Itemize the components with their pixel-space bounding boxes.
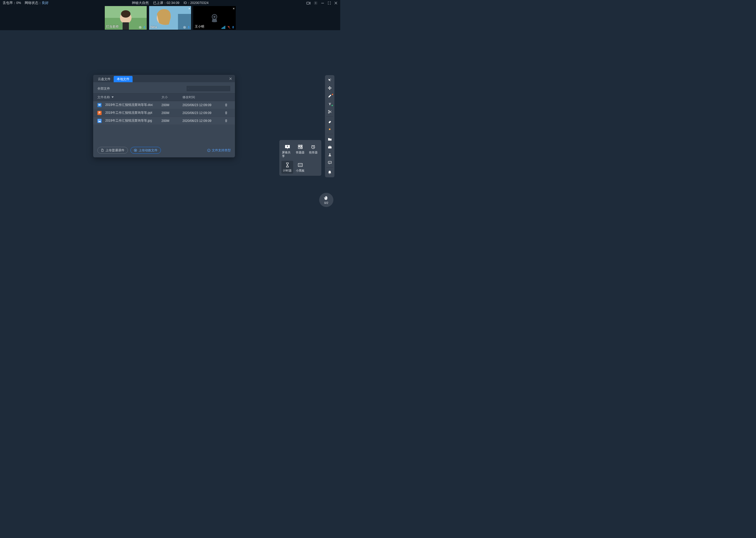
tool-toolbox[interactable]	[325, 143, 334, 151]
video-tile[interactable]: × 王小明	[193, 6, 236, 30]
tool-buzzer[interactable]: 抢答器	[307, 143, 319, 159]
hourglass-icon	[284, 162, 291, 168]
tool-text[interactable]: T	[325, 100, 334, 108]
table-row[interactable]: 2019年工作汇报情况查询等等.jpg 200M 2020/06/23 12:0…	[93, 117, 235, 125]
dialog-close-icon[interactable]: ✕	[229, 77, 232, 81]
upload-normal-button[interactable]: 上传普通课件	[97, 147, 128, 154]
search-input[interactable]	[186, 85, 231, 92]
tool-pen[interactable]	[325, 92, 334, 100]
camera-on-icon	[183, 26, 186, 29]
close-tile-icon[interactable]: ×	[233, 7, 235, 11]
column-size[interactable]: 大小	[162, 95, 182, 100]
signal-bars-icon	[221, 26, 225, 29]
table-row[interactable]: W2019年工作汇报情况查询等等.doc 200M 2020/06/23 12:…	[93, 101, 235, 109]
delete-icon[interactable]	[224, 119, 231, 123]
svg-rect-19	[233, 26, 234, 27]
svg-point-8	[140, 27, 141, 28]
upload-animated-button[interactable]: 上传动效文件	[130, 147, 161, 154]
file-time: 2020/06/23 12:09:09	[182, 103, 224, 107]
file-dialog: 云盘文件 本地文件 ✕ 全部文件 文件名称 大小 修改时间 W2019年工作汇报…	[93, 75, 235, 157]
hand-count: 0/2	[324, 201, 328, 204]
participant-name: 王小明	[195, 25, 204, 29]
svg-point-41	[329, 129, 330, 130]
tool-timer[interactable]: 计时器	[281, 161, 293, 174]
svg-rect-0	[307, 2, 309, 4]
board-icon: 2+3	[297, 162, 304, 168]
file-time: 2020/06/23 12:09:09	[182, 119, 224, 123]
tool-screen-share[interactable]: 屏幕共享	[281, 143, 293, 159]
tool-chat[interactable]	[325, 159, 334, 167]
svg-point-47	[330, 162, 331, 163]
minimize-icon[interactable]	[321, 1, 324, 5]
svg-rect-28	[298, 147, 300, 149]
svg-text:2+3: 2+3	[299, 164, 302, 166]
hand-icon	[324, 195, 329, 201]
close-icon[interactable]	[334, 1, 338, 5]
column-name[interactable]: 文件名称	[97, 95, 162, 100]
svg-rect-42	[328, 146, 332, 148]
fullscreen-icon[interactable]	[328, 1, 331, 5]
tool-users[interactable]	[325, 151, 334, 159]
svg-point-40	[328, 112, 329, 113]
hand-raise-badge[interactable]: 0/2	[319, 193, 333, 207]
svg-rect-9	[144, 26, 145, 27]
play-circle-icon	[134, 149, 137, 152]
tool-laser[interactable]	[325, 125, 334, 133]
participant-name: Nina	[150, 25, 157, 29]
file-size: 200M	[162, 103, 182, 107]
svg-rect-15	[188, 26, 189, 27]
table-header: 文件名称 大小 修改时间	[93, 93, 235, 101]
svg-point-43	[329, 153, 330, 155]
screen-share-icon	[284, 144, 291, 150]
svg-text:T: T	[329, 102, 331, 106]
tool-mini-board[interactable]: 2+3 小黑板	[294, 161, 306, 174]
ppt-icon: P	[97, 111, 102, 115]
svg-point-14	[184, 27, 185, 28]
svg-text:B: B	[301, 145, 302, 146]
camera-on-icon	[139, 26, 142, 29]
tool-folder[interactable]	[325, 135, 334, 143]
video-tile[interactable]: × Nina	[149, 6, 191, 30]
search-icon	[188, 87, 188, 90]
network-status: 网络状态：良好	[25, 1, 49, 5]
tool-bell[interactable]	[325, 168, 334, 176]
file-size: 200M	[162, 111, 182, 115]
right-toolbar: T	[325, 75, 334, 177]
mic-off-icon	[227, 26, 230, 29]
file-size: 200M	[162, 119, 182, 123]
settings-icon[interactable]	[314, 1, 318, 5]
room-id: ID：2020070324	[183, 1, 209, 5]
tool-answer[interactable]: AB 答题器	[294, 143, 306, 159]
packet-loss: 丢包率：0%	[3, 1, 21, 5]
tool-eraser[interactable]	[325, 117, 334, 125]
camera-switch-icon[interactable]	[306, 1, 310, 5]
delete-icon[interactable]	[224, 103, 231, 107]
svg-point-39	[328, 110, 329, 111]
file-name: 2019年工作汇报情况查询等等.doc	[105, 103, 153, 107]
file-name: 2019年工作汇报情况查询等等.ppt	[105, 111, 152, 115]
svg-point-35	[330, 79, 331, 79]
tab-local-files[interactable]: 本地文件	[114, 76, 132, 82]
supported-types-link[interactable]: 文件支持类型	[207, 148, 231, 153]
column-time[interactable]: 修改时间	[182, 95, 224, 100]
svg-point-1	[315, 3, 316, 4]
doc-icon: W	[97, 103, 102, 107]
delete-icon[interactable]	[224, 111, 231, 115]
tool-move[interactable]	[325, 84, 334, 92]
tool-scissors[interactable]	[325, 108, 334, 116]
image-icon	[97, 119, 102, 123]
close-tile-icon[interactable]: ×	[188, 7, 190, 11]
video-tile[interactable]: 叮当老师	[105, 6, 147, 30]
tools-popup: 屏幕共享 AB 答题器 抢答器 计时器 2+3 小黑板	[279, 140, 321, 176]
tool-pointer[interactable]	[325, 76, 334, 84]
video-strip: 叮当老师 × Nina × 王小明	[0, 6, 340, 30]
svg-point-45	[329, 162, 329, 163]
table-row[interactable]: P2019年工作汇报情况查询等等.ppt 200M 2020/06/23 12:…	[93, 109, 235, 117]
mic-on-icon	[231, 26, 235, 29]
room-title: 神秘大自然	[132, 1, 149, 5]
tab-cloud-files[interactable]: 云盘文件	[95, 76, 114, 82]
svg-rect-6	[122, 22, 129, 30]
file-time: 2020/06/23 12:09:09	[182, 111, 224, 115]
svg-text:A: A	[299, 145, 300, 146]
mic-on-icon	[187, 26, 190, 29]
